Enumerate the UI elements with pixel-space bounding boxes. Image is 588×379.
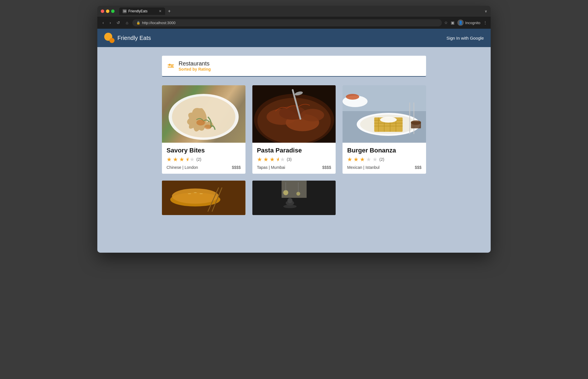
- section-header: Restaurants Sorted by Rating: [162, 56, 426, 77]
- svg-point-10: [301, 109, 324, 121]
- review-count-pasta-paradise: (3): [287, 157, 292, 162]
- svg-point-37: [200, 193, 203, 194]
- restaurant-image-savory-bites: [162, 85, 245, 143]
- incognito-badge: 👤 Incognito: [457, 20, 480, 26]
- url-display: http://localhost:3000: [142, 21, 175, 25]
- svg-rect-31: [411, 121, 421, 128]
- review-count-savory-bites: (2): [196, 157, 201, 162]
- browser-titlebar: 🍽 FriendlyEats ✕ + ∨: [97, 6, 491, 17]
- minimize-button[interactable]: [106, 9, 109, 13]
- svg-point-27: [346, 94, 359, 100]
- restaurant-image-pasta-paradise: [252, 85, 336, 143]
- restaurants-grid: Savory Bites ★ ★ ★ ★ ★ (2) Chinese | Lon…: [162, 85, 426, 174]
- restaurant-name-pasta-paradise: Pasta Paradise: [257, 147, 331, 154]
- browser-menu-icon[interactable]: ⋮: [483, 20, 487, 25]
- restaurant-name-savory-bites: Savory Bites: [167, 147, 241, 154]
- star-2: ★: [173, 156, 178, 163]
- filter-line-1: [168, 64, 174, 65]
- browser-toolbar: ‹ › ↺ ⌂ 🔒 http://localhost:3000 ☆ ▣ 👤 In…: [97, 17, 491, 29]
- star-half: ★: [185, 156, 188, 163]
- card-meta-pasta-paradise: Tapas | Mumbai $$$$: [257, 165, 331, 170]
- card-body-burger-bonanza: Burger Bonanza ★ ★ ★ ★ ★ (2) Mexican | I…: [343, 143, 426, 174]
- split-view-icon[interactable]: ▣: [451, 20, 454, 25]
- maximize-button[interactable]: [111, 9, 115, 13]
- logo-icon: [104, 33, 115, 43]
- cuisine-location-savory-bites: Chinese | London: [167, 165, 198, 170]
- price-burger-bonanza: $$$: [415, 165, 421, 170]
- new-tab-button[interactable]: +: [166, 8, 172, 14]
- svg-rect-28: [409, 103, 410, 134]
- star-1: ★: [347, 156, 352, 163]
- back-button[interactable]: ‹: [101, 19, 106, 26]
- star-4: ★: [280, 156, 285, 163]
- logo-circle-small: [109, 38, 115, 43]
- restaurant-card-bottom-right[interactable]: [252, 181, 336, 215]
- bookmark-icon[interactable]: ☆: [444, 20, 448, 25]
- browser-window: 🍽 FriendlyEats ✕ + ∨ ‹ › ↺ ⌂ 🔒 http://lo…: [97, 6, 491, 253]
- stars-row-burger-bonanza: ★ ★ ★ ★ ★ (2): [347, 156, 421, 163]
- tab-bar: 🍽 FriendlyEats ✕ +: [119, 7, 482, 15]
- app-title: Friendly Eats: [117, 35, 151, 41]
- section-subtitle: Sorted by Rating: [179, 67, 420, 71]
- star-5: ★: [372, 156, 378, 163]
- traffic-lights: [101, 9, 115, 13]
- star-half: ★: [276, 156, 279, 163]
- star-3: ★: [270, 156, 275, 163]
- cuisine-location-pasta-paradise: Tapas | Mumbai: [257, 165, 285, 170]
- star-1: ★: [167, 156, 172, 163]
- card-meta-burger-bonanza: Mexican | Istanbul $$$: [347, 165, 421, 170]
- bottom-left-image: [162, 181, 245, 215]
- restaurant-card-bottom-left[interactable]: [162, 181, 245, 215]
- burger-bonanza-svg: [343, 85, 426, 143]
- home-button[interactable]: ⌂: [124, 19, 130, 26]
- card-meta-savory-bites: Chinese | London $$$$: [167, 165, 241, 170]
- savory-bites-svg: [162, 85, 245, 143]
- incognito-label: Incognito: [465, 21, 480, 25]
- svg-point-3: [204, 125, 211, 129]
- bottom-cards-row: [162, 181, 426, 215]
- bottom-right-svg: [252, 181, 336, 215]
- star-3: ★: [179, 156, 184, 163]
- restaurant-card-burger-bonanza[interactable]: Burger Bonanza ★ ★ ★ ★ ★ (2) Mexican | I…: [343, 85, 426, 174]
- section-info: Restaurants Sorted by Rating: [179, 60, 420, 71]
- svg-point-48: [287, 198, 293, 203]
- svg-rect-29: [413, 103, 414, 134]
- restaurant-name-burger-bonanza: Burger Bonanza: [347, 147, 421, 154]
- review-count-burger-bonanza: (2): [379, 157, 384, 162]
- forward-button[interactable]: ›: [108, 19, 113, 26]
- star-2: ★: [263, 156, 268, 163]
- tab-end-controls: ∨: [485, 9, 487, 13]
- svg-point-25: [380, 117, 397, 123]
- address-bar[interactable]: 🔒 http://localhost:3000: [132, 19, 442, 26]
- restaurant-card-savory-bites[interactable]: Savory Bites ★ ★ ★ ★ ★ (2) Chinese | Lon…: [162, 85, 245, 174]
- active-tab[interactable]: 🍽 FriendlyEats ✕: [119, 7, 165, 15]
- stars-row-pasta-paradise: ★ ★ ★ ★ ★ (3): [257, 156, 331, 163]
- star-1: ★: [257, 156, 262, 163]
- reload-button[interactable]: ↺: [115, 19, 122, 26]
- section-title: Restaurants: [179, 60, 420, 67]
- star-4: ★: [366, 156, 371, 163]
- main-content: Restaurants Sorted by Rating: [156, 47, 432, 224]
- stars-row-savory-bites: ★ ★ ★ ★ ★ (2): [167, 156, 241, 163]
- filter-line-2: [168, 66, 174, 66]
- pasta-paradise-svg: [252, 85, 336, 143]
- toolbar-actions: ☆ ▣ 👤 Incognito ⋮: [444, 20, 487, 26]
- svg-point-34: [172, 189, 219, 204]
- restaurant-card-pasta-paradise[interactable]: Pasta Paradise ★ ★ ★ ★ ★ (3) Tapas | Mum…: [252, 85, 336, 174]
- lock-icon: 🔒: [136, 21, 140, 25]
- card-body-pasta-paradise: Pasta Paradise ★ ★ ★ ★ ★ (3) Tapas | Mum…: [252, 143, 336, 174]
- close-button[interactable]: [101, 9, 104, 13]
- tab-close-button[interactable]: ✕: [159, 9, 162, 13]
- sign-in-button[interactable]: Sign In with Google: [446, 36, 484, 40]
- tab-label: FriendlyEats: [128, 9, 148, 13]
- star-3: ★: [360, 156, 365, 163]
- svg-point-36: [194, 192, 197, 193]
- app-header: Friendly Eats Sign In with Google: [97, 29, 491, 47]
- card-body-savory-bites: Savory Bites ★ ★ ★ ★ ★ (2) Chinese | Lon…: [162, 143, 245, 174]
- svg-rect-41: [281, 181, 306, 198]
- filter-icon: [168, 64, 174, 68]
- star-4: ★: [189, 156, 195, 163]
- bottom-right-image: [252, 181, 336, 215]
- svg-point-35: [188, 193, 191, 194]
- tab-favicon: 🍽: [123, 9, 127, 13]
